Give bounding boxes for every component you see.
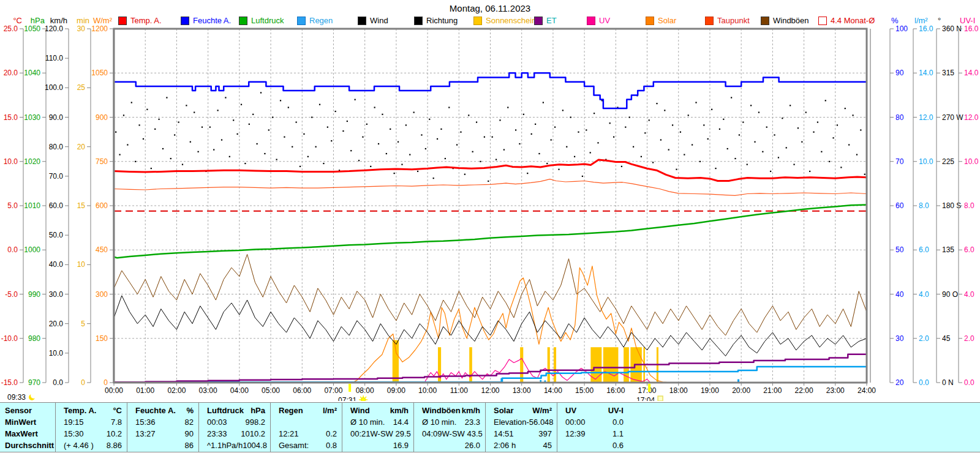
series-richtung-dot — [703, 124, 704, 125]
axis-tick-label: 2.0 — [919, 334, 929, 343]
series-richtung-dot — [264, 153, 265, 154]
series-richtung-dot — [257, 143, 258, 144]
series-richtung-dot — [342, 130, 344, 132]
series-richtung-dot — [425, 148, 426, 149]
axis-tick-label: 110.0 — [45, 54, 63, 62]
axis-tick-label: 25.0 — [4, 24, 18, 33]
series-richtung-dot — [288, 107, 289, 108]
sensor-stats-table: SensorMinWertMaxWertDurchschnittTemp. A.… — [0, 402, 980, 452]
series-richtung-dot — [688, 114, 689, 116]
table-group-unit: l/m² — [323, 405, 337, 416]
series-richtung-dot — [319, 104, 320, 105]
table-group-header: Windkm/h — [342, 405, 413, 416]
series-richtung-dot — [664, 110, 665, 111]
axis-tick-label: 1040 — [24, 69, 40, 77]
series-richtung-dot — [366, 124, 368, 125]
axis-tick-label: 0 — [81, 378, 85, 387]
series-richtung-dot — [252, 114, 254, 115]
axis-tick-label: 600 — [96, 201, 108, 210]
series-sonnenschein-bar — [548, 347, 550, 383]
axes: °C25.020.015.010.05.00.0-5.0-10.0-15.0hP… — [1, 16, 979, 387]
x-tick-label: 07:00 — [324, 386, 342, 395]
table-cell-time: 15:30 — [64, 428, 84, 440]
axis-pct: %1009080706050403020 — [890, 16, 908, 387]
table-group-unit: km/h — [462, 405, 480, 416]
table-cell-time: 19:15 — [64, 416, 84, 428]
series-richtung-dot — [394, 173, 395, 174]
series-richtung-dot — [848, 144, 850, 145]
axis-tick-label: 0.0 — [964, 378, 974, 387]
series-richtung-dot — [649, 119, 650, 121]
table-data-row: 23:331010.2 — [199, 428, 270, 440]
table-cell-value: 14.4 — [393, 416, 409, 428]
table-data-row: 2:06 h45 — [486, 440, 557, 451]
table-data-row: Ø 10 min.14.4 — [342, 416, 413, 428]
series-richtung-dot — [582, 176, 583, 177]
series-richtung-dot — [656, 103, 657, 104]
table-data-row: Gesamt:0.8 — [271, 440, 342, 451]
table-cell-time: 2:06 h — [494, 440, 516, 451]
series-richtung-dot — [734, 158, 736, 159]
series-richtung-dot — [538, 153, 540, 154]
series-richtung-dot — [778, 157, 779, 158]
series-richtung-dot — [170, 158, 172, 159]
table-data-row: 15:3682 — [127, 416, 198, 428]
series-richtung-dot — [644, 132, 646, 133]
table-data-row: 86 — [127, 440, 198, 451]
table-group-unit: UV-I — [608, 405, 624, 416]
series-richtung-dot — [433, 178, 434, 179]
table-group-name: Solar — [494, 405, 514, 416]
axis-tick-label: 5 — [81, 320, 85, 328]
series-richtung-dot — [629, 117, 630, 118]
series-richtung-dot — [307, 156, 309, 157]
axis-unit-label: hPa — [31, 16, 45, 25]
series-richtung-dot — [719, 129, 720, 130]
series-richtung-dot — [641, 156, 642, 157]
series-richtung-dot — [127, 144, 128, 145]
series-richtung-dot — [323, 163, 324, 164]
axis-kmh: km/h120.0110.0100.090.080.070.060.050.04… — [45, 16, 69, 387]
axis-tick-label: 90.0 — [49, 113, 64, 122]
table-cell-value: 7.8 — [111, 416, 122, 428]
x-tick-label: 09:00 — [387, 386, 405, 395]
table-cell-value: 86 — [185, 440, 194, 451]
axis-tick-label: 5.0 — [7, 201, 18, 210]
axis-tick-label: 80.0 — [49, 143, 64, 151]
moon-shadow — [31, 392, 37, 399]
table-sensor-column: SensorMinWertMaxWertDurchschnitt — [0, 403, 55, 452]
x-tick-label: 06:00 — [293, 386, 311, 395]
table-group-name: UV — [565, 405, 576, 416]
series-richtung-dot — [119, 154, 120, 155]
x-tick-label: 08:00 — [356, 386, 374, 395]
series-richtung-dot — [398, 141, 399, 143]
axis-tick-label: 10.0 — [49, 349, 64, 358]
series-richtung-dot — [852, 114, 853, 116]
weather-day-chart: °C25.020.015.010.05.00.0-5.0-10.0-15.0hP… — [0, 0, 980, 401]
table-row-label: MinWert — [0, 416, 55, 428]
table-data-row: 26.0 — [414, 440, 485, 451]
x-tick-label: 21:00 — [763, 386, 782, 395]
series-richtung-dot — [829, 161, 830, 162]
axis-tick-label: 900 — [96, 113, 108, 122]
axis-unit-label: ° — [938, 16, 941, 25]
series-richtung-dot — [809, 171, 810, 172]
axis-tick-label: 20.0 — [4, 69, 18, 77]
series-richtung-dot — [374, 107, 375, 108]
axis-tick-label: 970 — [28, 378, 40, 387]
series-richtung-dot — [233, 119, 234, 121]
axis-tick-label: 100.0 — [45, 83, 63, 92]
series-richtung-dot — [864, 174, 865, 175]
table-data-row: 0.6 — [557, 440, 628, 451]
table-group-unit: hPa — [251, 405, 265, 416]
axis-tick-label: 225 — [942, 157, 954, 166]
axis-tick-label: 4.0 — [919, 290, 929, 299]
axis-tick-label: 1010 — [24, 201, 40, 210]
series-richtung-dot — [660, 139, 662, 140]
axis-tick-label: 750 — [96, 157, 108, 166]
axis-tick-label: 0 — [104, 378, 108, 387]
table-group-header: Temp. A.°C — [56, 405, 127, 416]
table-header-sensor: Sensor — [0, 405, 55, 416]
axis-unit-label: UV-I — [960, 16, 975, 25]
axis-tick-label: 4.0 — [964, 290, 974, 299]
table-group-name: Windböen — [422, 405, 461, 416]
